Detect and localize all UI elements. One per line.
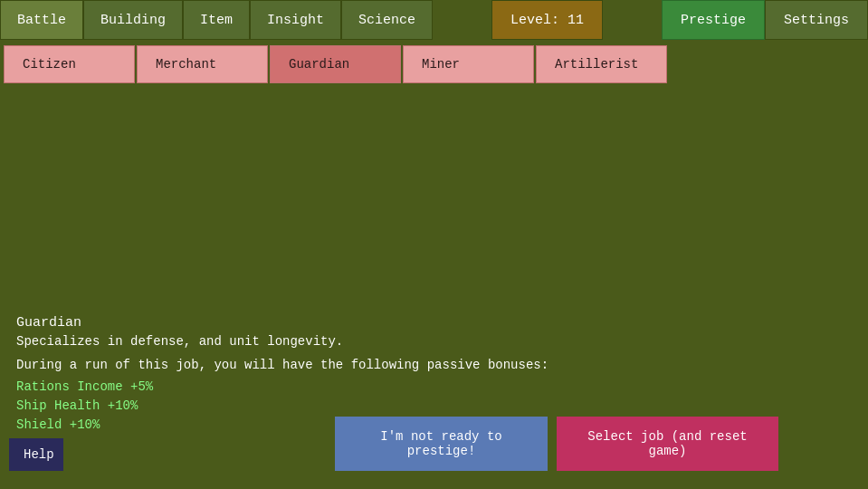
prestige-button[interactable]: Prestige [662,0,765,40]
nav-battle-label: Battle [17,13,66,28]
job-miner-label: Miner [422,57,460,72]
selected-job-description: Specializes in defense, and unit longevi… [16,334,852,349]
nav-insight[interactable]: Insight [250,0,341,40]
job-card-miner[interactable]: Miner [403,45,534,83]
nav-building[interactable]: Building [83,0,183,40]
bonus-rations: Rations Income +5% [16,378,852,397]
bottom-buttons: I'm not ready to prestige! Select job (a… [335,417,778,471]
job-artillerist-label: Artillerist [555,57,638,72]
nav-spacer [433,0,491,40]
job-card-artillerist[interactable]: Artillerist [536,45,667,83]
job-card-guardian[interactable]: Guardian [270,45,401,83]
settings-label: Settings [784,13,849,28]
nav-science-label: Science [358,13,415,28]
select-job-button[interactable]: Select job (and reset game) [557,417,778,471]
settings-button[interactable]: Settings [765,0,868,40]
selected-job-title: Guardian [16,315,852,331]
help-button[interactable]: Help [9,438,63,471]
bonus-ship-health: Ship Health +10% [16,397,852,416]
nav-science[interactable]: Science [341,0,433,40]
nav-insight-label: Insight [267,13,324,28]
level-badge: Level: 11 [491,0,603,40]
prestige-label: Prestige [681,13,746,28]
job-bonus-header: During a run of this job, you will have … [16,358,852,372]
job-merchant-label: Merchant [156,57,216,72]
nav-item-label: Item [200,13,233,28]
not-ready-button[interactable]: I'm not ready to prestige! [335,417,548,471]
nav-bar: Battle Building Item Insight Science Lev… [0,0,868,40]
nav-item[interactable]: Item [183,0,250,40]
job-row: Citizen Merchant Guardian Miner Artiller… [0,40,868,89]
job-citizen-label: Citizen [23,57,76,72]
nav-building-label: Building [100,13,166,28]
nav-spacer-2 [603,0,662,40]
job-guardian-label: Guardian [289,57,349,72]
job-card-merchant[interactable]: Merchant [137,45,268,83]
level-label: Level: 11 [510,13,584,28]
job-card-citizen[interactable]: Citizen [4,45,135,83]
nav-battle[interactable]: Battle [0,0,83,40]
